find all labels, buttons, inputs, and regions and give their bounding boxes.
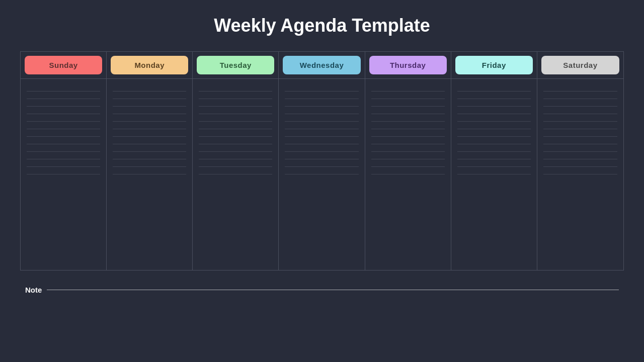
schedule-line	[457, 144, 531, 144]
schedule-line	[27, 106, 100, 107]
day-label-sunday: Sunday	[25, 56, 102, 74]
schedule-line	[371, 91, 445, 92]
schedule-line	[371, 114, 445, 114]
day-header-saturday: Saturday	[537, 52, 623, 79]
calendar-grid: SundayMondayTuesdayWednesdayThursdayFrid…	[20, 51, 624, 270]
day-label-monday: Monday	[111, 56, 188, 74]
schedule-line	[113, 136, 186, 137]
schedule-line	[285, 144, 358, 144]
schedule-line	[27, 174, 100, 174]
day-column-thursday: Thursday	[365, 52, 451, 270]
schedule-line	[371, 159, 445, 159]
schedule-line	[27, 99, 100, 99]
schedule-line	[113, 99, 186, 99]
schedule-line	[543, 159, 617, 159]
day-column-sunday: Sunday	[21, 52, 107, 270]
schedule-line	[285, 106, 358, 107]
schedule-line	[371, 99, 445, 99]
schedule-line	[199, 121, 272, 122]
schedule-line	[543, 136, 617, 137]
schedule-line	[543, 151, 617, 152]
schedule-line	[457, 166, 531, 167]
day-column-tuesday: Tuesday	[193, 52, 279, 270]
schedule-line	[457, 151, 531, 152]
day-column-wednesday: Wednesday	[279, 52, 365, 270]
day-header-friday: Friday	[451, 52, 537, 79]
schedule-line	[543, 121, 617, 122]
title-light: Template	[347, 15, 430, 36]
schedule-line	[113, 144, 186, 144]
schedule-line	[27, 91, 100, 92]
schedule-line	[543, 129, 617, 129]
day-column-monday: Monday	[107, 52, 193, 270]
schedule-line	[457, 114, 531, 114]
page-wrapper: Weekly Agenda Template SundayMondayTuesd…	[0, 0, 644, 304]
schedule-line	[199, 151, 272, 152]
schedule-line	[457, 174, 531, 174]
schedule-line	[457, 91, 531, 92]
schedule-line	[285, 174, 358, 174]
schedule-line	[199, 136, 272, 137]
schedule-line	[543, 144, 617, 144]
schedule-line	[457, 106, 531, 107]
day-body-thursday[interactable]	[365, 79, 451, 270]
note-header: Note	[25, 286, 619, 294]
schedule-line	[199, 91, 272, 92]
day-header-thursday: Thursday	[365, 52, 451, 79]
schedule-line	[371, 129, 445, 129]
day-label-friday: Friday	[455, 56, 533, 74]
schedule-line	[457, 121, 531, 122]
schedule-line	[199, 106, 272, 107]
title-bold: Weekly Agenda	[214, 15, 347, 36]
schedule-line	[285, 129, 358, 129]
schedule-line	[27, 159, 100, 159]
schedule-line	[371, 106, 445, 107]
schedule-line	[371, 144, 445, 144]
day-label-saturday: Saturday	[541, 56, 619, 74]
note-divider-line	[47, 290, 619, 290]
day-body-monday[interactable]	[107, 79, 192, 270]
schedule-line	[285, 91, 358, 92]
schedule-line	[113, 151, 186, 152]
day-body-friday[interactable]	[451, 79, 537, 270]
schedule-line	[199, 174, 272, 174]
schedule-line	[285, 166, 358, 167]
schedule-line	[27, 129, 100, 129]
schedule-line	[457, 159, 531, 159]
day-body-tuesday[interactable]	[193, 79, 278, 270]
schedule-line	[113, 166, 186, 167]
schedule-line	[371, 174, 445, 174]
schedule-line	[113, 174, 186, 174]
day-column-saturday: Saturday	[537, 52, 623, 270]
schedule-line	[285, 159, 358, 159]
day-header-tuesday: Tuesday	[193, 52, 278, 79]
day-body-wednesday[interactable]	[279, 79, 364, 270]
schedule-line	[113, 114, 186, 114]
schedule-line	[543, 106, 617, 107]
schedule-line	[457, 99, 531, 99]
schedule-line	[199, 99, 272, 99]
note-label: Note	[25, 286, 42, 294]
schedule-line	[113, 159, 186, 159]
day-label-tuesday: Tuesday	[197, 56, 274, 74]
schedule-line	[199, 144, 272, 144]
note-section: Note	[20, 286, 624, 294]
page-title: Weekly Agenda Template	[20, 10, 624, 36]
schedule-line	[199, 166, 272, 167]
schedule-line	[27, 121, 100, 122]
schedule-line	[285, 136, 358, 137]
schedule-line	[457, 129, 531, 129]
day-body-saturday[interactable]	[537, 79, 623, 270]
schedule-line	[113, 91, 186, 92]
schedule-line	[371, 151, 445, 152]
schedule-line	[27, 114, 100, 114]
schedule-line	[371, 136, 445, 137]
day-label-wednesday: Wednesday	[283, 56, 360, 74]
schedule-line	[199, 114, 272, 114]
schedule-line	[199, 129, 272, 129]
schedule-line	[285, 99, 358, 99]
day-header-monday: Monday	[107, 52, 192, 79]
day-body-sunday[interactable]	[21, 79, 106, 270]
schedule-line	[285, 121, 358, 122]
day-header-sunday: Sunday	[21, 52, 106, 79]
